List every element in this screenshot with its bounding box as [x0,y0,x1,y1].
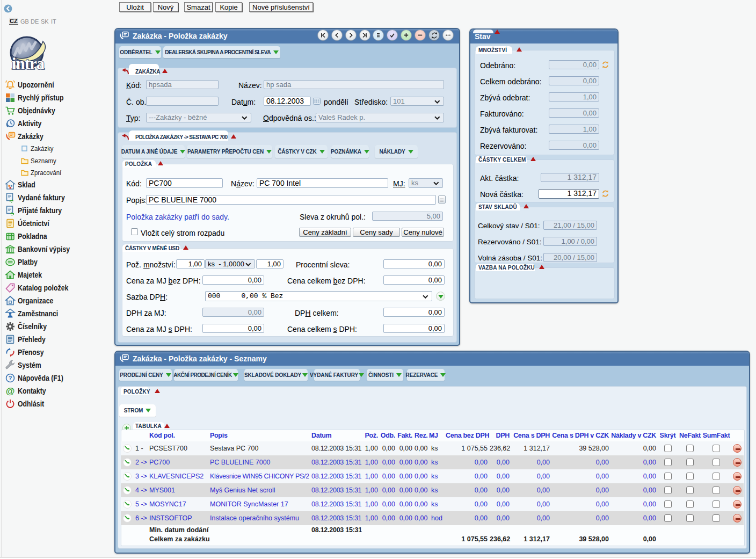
svg-text:intra: intra [12,54,45,71]
svg-text:@: @ [6,386,15,396]
svg-text:?: ? [9,375,12,381]
